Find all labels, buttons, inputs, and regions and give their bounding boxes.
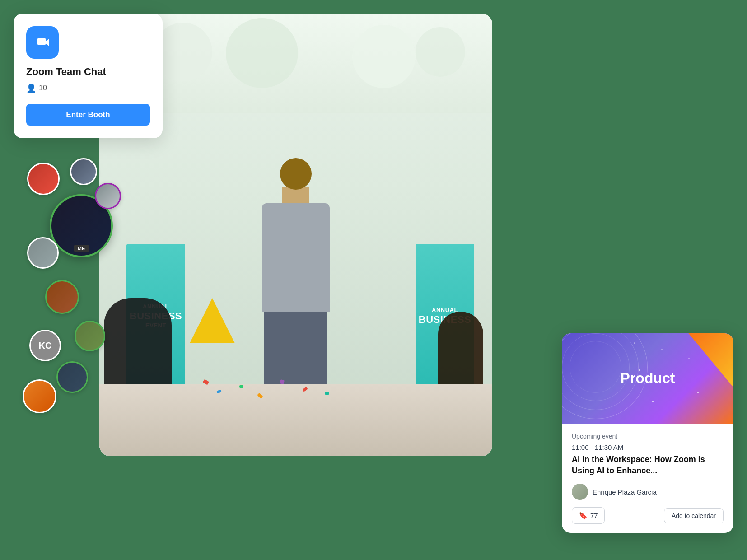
bookmark-count-button[interactable]: 🔖 77 bbox=[572, 507, 605, 524]
booth-card: Zoom Team Chat 👤 10 Enter Booth bbox=[14, 14, 163, 138]
speaker-avatar bbox=[572, 484, 588, 500]
scene-container: ANNUAL BUSINESS EVENT ANNUAL BUSINESS bbox=[0, 0, 747, 560]
star-dot bbox=[697, 392, 699, 393]
conference-table bbox=[99, 384, 492, 456]
star-dot bbox=[634, 342, 635, 344]
event-time: 11:00 - 11:30 AM bbox=[572, 443, 724, 451]
upcoming-label: Upcoming event bbox=[572, 433, 724, 440]
balloon bbox=[352, 25, 416, 88]
avatar-man-1 bbox=[70, 158, 97, 185]
star-dot bbox=[652, 401, 654, 402]
balloon bbox=[416, 27, 465, 77]
globe-innermost bbox=[570, 341, 621, 393]
balloon bbox=[226, 18, 298, 88]
avatar-woman-1 bbox=[27, 163, 60, 195]
event-card: Product Upcoming event 11:00 - 11:30 AM … bbox=[562, 333, 733, 533]
event-speaker: Enrique Plaza Garcia bbox=[572, 484, 724, 500]
star-dot bbox=[688, 358, 690, 359]
star-dot bbox=[661, 349, 663, 350]
avatar-kc: KC bbox=[29, 330, 61, 361]
bookmark-number: 77 bbox=[590, 512, 598, 519]
confetti bbox=[325, 392, 329, 395]
accent-shape bbox=[688, 333, 733, 387]
attendees-icon: 👤 bbox=[26, 83, 36, 93]
avatar-man-bottom-small bbox=[23, 379, 56, 413]
speaker-figure bbox=[255, 158, 336, 375]
avatar-bearded-man bbox=[27, 237, 59, 269]
zoom-logo bbox=[26, 26, 59, 59]
event-title: AI in the Workspace: How Zoom Is Using A… bbox=[572, 454, 724, 476]
avatar-woman-bottom bbox=[45, 280, 79, 314]
zoom-chat-icon bbox=[33, 33, 51, 51]
add-to-calendar-button[interactable]: Add to calendar bbox=[664, 508, 724, 523]
avatar-man-2 bbox=[95, 183, 121, 209]
bookmark-icon: 🔖 bbox=[579, 511, 588, 520]
event-product-label: Product bbox=[621, 370, 675, 387]
booth-attendees: 👤 10 bbox=[26, 83, 150, 93]
avatar-group: ME KC bbox=[0, 158, 145, 429]
confetti bbox=[239, 385, 243, 388]
event-card-header: Product bbox=[562, 333, 733, 424]
event-card-body: Upcoming event 11:00 - 11:30 AM AI in th… bbox=[562, 424, 733, 533]
attendees-count: 10 bbox=[39, 84, 47, 92]
booth-title: Zoom Team Chat bbox=[26, 66, 150, 78]
avatar-man-center bbox=[75, 321, 105, 351]
me-badge: ME bbox=[74, 245, 89, 252]
event-footer: 🔖 77 Add to calendar bbox=[572, 507, 724, 524]
avatar-man-glasses bbox=[56, 361, 88, 393]
enter-booth-button[interactable]: Enter Booth bbox=[26, 104, 150, 126]
speaker-name: Enrique Plaza Garcia bbox=[593, 488, 657, 496]
